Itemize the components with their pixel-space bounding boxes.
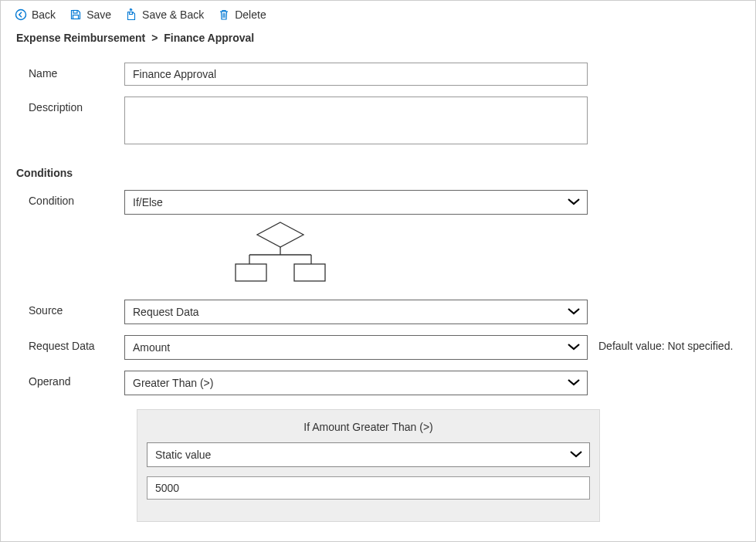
conditions-heading: Conditions xyxy=(16,167,740,179)
condition-diagram xyxy=(137,221,322,289)
request-data-label: Request Data xyxy=(16,335,124,352)
svg-rect-9 xyxy=(236,264,266,281)
row-name: Name xyxy=(16,63,740,86)
save-button[interactable]: Save xyxy=(69,8,111,21)
operand-select[interactable]: Greater Than (>) xyxy=(124,371,588,395)
svg-rect-3 xyxy=(130,12,133,15)
row-description: Description xyxy=(16,97,740,147)
svg-point-0 xyxy=(16,10,26,20)
svg-rect-10 xyxy=(294,264,325,281)
svg-marker-4 xyxy=(257,222,303,247)
save-and-back-button[interactable]: Save & Back xyxy=(125,8,204,21)
request-data-value: Amount xyxy=(133,341,170,354)
condition-select[interactable]: If/Else xyxy=(124,190,588,215)
save-back-icon xyxy=(125,8,137,21)
condition-value: If/Else xyxy=(133,196,163,208)
operand-label: Operand xyxy=(16,371,124,388)
save-back-label: Save & Back xyxy=(142,8,204,21)
operand-value: Greater Than (>) xyxy=(133,377,213,389)
request-data-select[interactable]: Amount xyxy=(124,335,588,360)
source-value: Request Data xyxy=(133,306,199,318)
back-arrow-icon xyxy=(15,8,27,21)
row-source: Source Request Data xyxy=(16,300,740,324)
row-request-data: Request Data Amount Default value: Not s… xyxy=(16,335,740,360)
breadcrumb-separator: > xyxy=(151,32,158,44)
source-label: Source xyxy=(16,300,124,317)
static-value-input[interactable] xyxy=(147,476,590,500)
source-select[interactable]: Request Data xyxy=(124,300,588,324)
request-data-hint: Default value: Not specified. xyxy=(588,335,733,352)
breadcrumb-current: Finance Approval xyxy=(164,32,254,44)
condition-diagram-wrap xyxy=(16,221,740,289)
form-area: Name Description Conditions Condition If… xyxy=(1,47,755,537)
condition-panel-title: If Amount Greater Than (>) xyxy=(147,418,590,442)
breadcrumb: Expense Reimbursement > Finance Approval xyxy=(1,29,755,47)
chevron-down-icon xyxy=(567,195,581,209)
delete-button[interactable]: Delete xyxy=(218,8,266,21)
svg-rect-2 xyxy=(73,15,79,19)
trash-icon xyxy=(218,8,230,21)
toolbar: Back Save Save & Back xyxy=(1,1,755,29)
name-label: Name xyxy=(16,63,124,80)
row-operand: Operand Greater Than (>) xyxy=(16,371,740,395)
condition-label: Condition xyxy=(16,190,124,207)
save-icon xyxy=(69,8,82,21)
condition-value-panel: If Amount Greater Than (>) Static value xyxy=(137,409,600,522)
row-condition: Condition If/Else xyxy=(16,190,740,215)
name-input[interactable] xyxy=(124,63,588,86)
chevron-down-icon xyxy=(567,376,581,390)
back-button[interactable]: Back xyxy=(15,8,56,21)
value-type-select[interactable]: Static value xyxy=(147,442,590,467)
back-label: Back xyxy=(32,8,56,21)
breadcrumb-parent[interactable]: Expense Reimbursement xyxy=(16,32,145,44)
save-label: Save xyxy=(86,8,111,21)
value-type: Static value xyxy=(155,449,211,461)
chevron-down-icon xyxy=(569,448,583,462)
chevron-down-icon xyxy=(567,340,581,354)
chevron-down-icon xyxy=(567,305,581,319)
delete-label: Delete xyxy=(235,8,266,21)
description-input[interactable] xyxy=(124,97,588,144)
svg-rect-1 xyxy=(73,11,77,14)
description-label: Description xyxy=(16,97,124,113)
